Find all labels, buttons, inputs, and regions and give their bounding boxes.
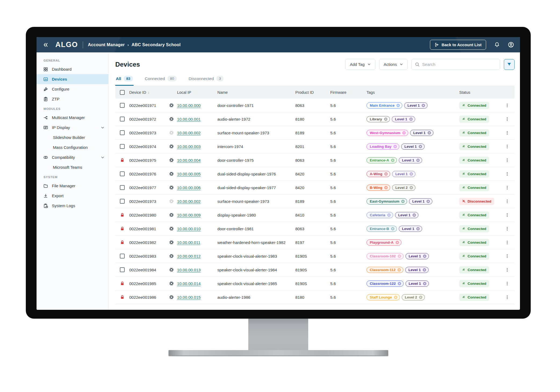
column-header-tags[interactable]: Tags: [367, 90, 459, 95]
local-ip-link[interactable]: 10.00.00.004: [177, 158, 201, 163]
remove-tag-icon[interactable]: [384, 186, 388, 190]
tab-disconnected[interactable]: Disconnected 3: [188, 76, 224, 86]
remove-tag-icon[interactable]: [394, 295, 398, 299]
sidebar-item-ip-display[interactable]: IP Display: [37, 123, 108, 132]
column-header-name[interactable]: Name: [217, 90, 295, 95]
row-checkbox[interactable]: [120, 254, 125, 258]
sidebar-item-file-manager[interactable]: File Manager: [37, 181, 108, 191]
row-checkbox[interactable]: [120, 117, 125, 121]
sort-descending-icon[interactable]: ↓: [148, 90, 150, 94]
row-menu-button[interactable]: [502, 169, 512, 178]
gear-icon[interactable]: [169, 281, 174, 286]
row-menu-button[interactable]: [502, 251, 512, 261]
row-menu-button[interactable]: [502, 114, 512, 124]
row-menu-button[interactable]: [502, 156, 512, 165]
chevron-down-icon[interactable]: [101, 156, 105, 159]
tab-all[interactable]: All 83: [115, 76, 134, 86]
local-ip-link[interactable]: 10.00.00.011: [177, 240, 200, 245]
sidebar-item-microsoft-teams[interactable]: Microsoft Teams: [37, 162, 108, 172]
tab-connected[interactable]: Connected 80: [144, 76, 177, 86]
remove-tag-icon[interactable]: [391, 158, 395, 162]
gear-icon[interactable]: [169, 295, 174, 300]
sidebar-item-export[interactable]: Export: [37, 191, 108, 201]
remove-tag-icon[interactable]: [384, 172, 388, 176]
actions-button[interactable]: Actions: [379, 59, 408, 70]
remove-tag-icon[interactable]: [426, 199, 430, 203]
sidebar-collapse-icon[interactable]: [43, 42, 48, 47]
row-menu-button[interactable]: [502, 142, 512, 151]
local-ip-link[interactable]: 10.00.00.001: [177, 117, 201, 121]
remove-tag-icon[interactable]: [416, 227, 420, 231]
remove-tag-icon[interactable]: [423, 254, 427, 258]
column-header-device-id[interactable]: Device ID ↓: [129, 90, 169, 95]
sidebar-item-slideshow-builder[interactable]: Slideshow Builder: [37, 132, 108, 142]
remove-tag-icon[interactable]: [402, 131, 406, 135]
sidebar-item-dashboard[interactable]: Dashboard: [37, 64, 108, 74]
remove-tag-icon[interactable]: [421, 103, 425, 107]
column-header-local-ip[interactable]: Local IP: [177, 90, 217, 95]
row-checkbox[interactable]: [120, 130, 125, 135]
local-ip-link[interactable]: 10.00.00.014: [177, 281, 201, 286]
sidebar-item-devices[interactable]: Devices: [37, 74, 108, 84]
gear-icon[interactable]: [169, 213, 174, 217]
local-ip-link[interactable]: 10.00.00.015: [177, 295, 201, 300]
select-all-checkbox[interactable]: [120, 90, 125, 95]
local-ip-link[interactable]: 10.00.00.000: [177, 103, 201, 108]
remove-tag-icon[interactable]: [387, 213, 391, 217]
remove-tag-icon[interactable]: [416, 158, 420, 162]
remove-tag-icon[interactable]: [397, 282, 401, 286]
gear-icon[interactable]: [169, 130, 174, 135]
remove-tag-icon[interactable]: [412, 213, 416, 217]
local-ip-link[interactable]: 10.00.00.010: [177, 226, 201, 231]
row-menu-button[interactable]: [502, 183, 512, 192]
gear-icon[interactable]: [169, 117, 174, 121]
local-ip-link[interactable]: 10.00.00.002: [177, 199, 201, 204]
search-input[interactable]: [422, 62, 497, 67]
column-header-status[interactable]: Status: [459, 90, 496, 95]
remove-tag-icon[interactable]: [397, 254, 401, 258]
row-menu-button[interactable]: [502, 224, 512, 233]
gear-icon[interactable]: [169, 226, 174, 231]
remove-tag-icon[interactable]: [418, 145, 422, 149]
row-menu-button[interactable]: [502, 210, 512, 220]
remove-tag-icon[interactable]: [423, 282, 427, 286]
breadcrumb-account-manager[interactable]: Account Manager: [88, 42, 125, 47]
row-menu-button[interactable]: [502, 265, 512, 274]
sidebar-item-mass-configuration[interactable]: Mass Configuration: [37, 142, 108, 152]
gear-icon[interactable]: [169, 254, 174, 258]
remove-tag-icon[interactable]: [396, 103, 400, 107]
gear-icon[interactable]: [169, 267, 174, 272]
local-ip-link[interactable]: 10.00.00.009: [177, 213, 201, 217]
remove-tag-icon[interactable]: [393, 145, 397, 149]
local-ip-link[interactable]: 10.00.00.003: [177, 144, 201, 149]
sidebar-item-ztp[interactable]: ZTP: [37, 94, 108, 104]
row-checkbox[interactable]: [120, 171, 125, 176]
row-checkbox[interactable]: [120, 103, 125, 108]
sidebar-item-system-logs[interactable]: System Logs: [37, 201, 108, 211]
gear-icon[interactable]: [169, 199, 174, 204]
gear-icon[interactable]: [169, 103, 174, 108]
row-menu-button[interactable]: [502, 279, 512, 288]
sidebar-item-compatibility[interactable]: Compatibility: [37, 152, 108, 162]
remove-tag-icon[interactable]: [409, 117, 413, 121]
remove-tag-icon[interactable]: [409, 186, 413, 190]
row-menu-button[interactable]: [502, 293, 512, 302]
row-menu-button[interactable]: [502, 238, 512, 247]
filter-button[interactable]: [504, 59, 515, 70]
local-ip-link[interactable]: 10.00.00.013: [177, 268, 201, 272]
remove-tag-icon[interactable]: [401, 199, 405, 203]
chevron-down-icon[interactable]: [101, 126, 105, 130]
gear-icon[interactable]: [169, 158, 174, 163]
row-checkbox[interactable]: [120, 185, 125, 190]
row-checkbox[interactable]: [120, 144, 125, 149]
gear-icon[interactable]: [169, 171, 174, 176]
account-icon[interactable]: [508, 42, 514, 48]
back-to-account-list-button[interactable]: Back to Account List: [430, 40, 486, 50]
remove-tag-icon[interactable]: [384, 117, 388, 121]
gear-icon[interactable]: [169, 185, 174, 190]
remove-tag-icon[interactable]: [409, 172, 413, 176]
row-menu-button[interactable]: [502, 197, 512, 206]
sidebar-item-multicast-manager[interactable]: Multicast Manager: [37, 113, 108, 123]
column-header-product-id[interactable]: Product ID: [295, 90, 330, 95]
column-header-firmware[interactable]: Firmware: [330, 90, 367, 95]
